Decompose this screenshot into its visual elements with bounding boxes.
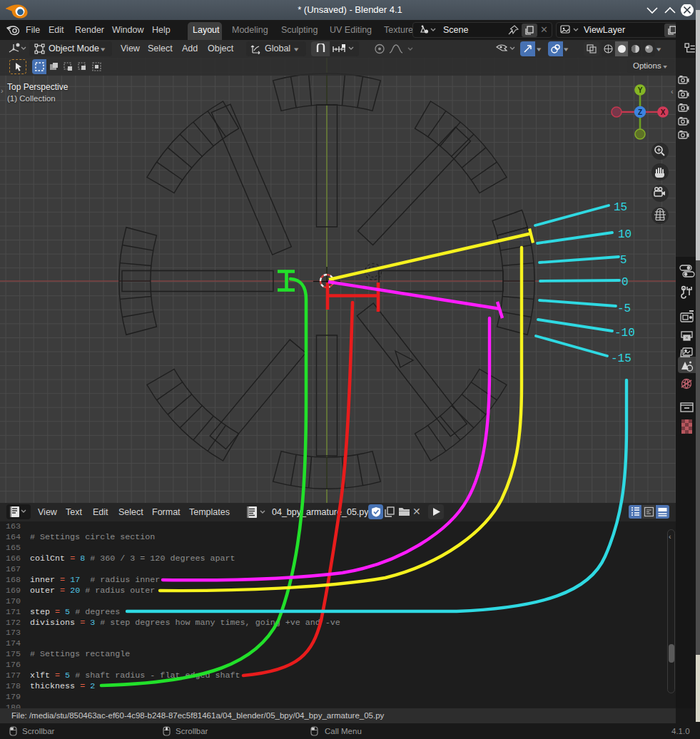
svg-text:-5: -5	[617, 302, 631, 315]
svg-text:-15: -15	[611, 352, 631, 365]
svg-text:Y: Y	[638, 86, 643, 94]
svg-text:X: X	[661, 108, 666, 116]
svg-text:10: 10	[618, 228, 631, 241]
svg-text:0: 0	[622, 276, 629, 289]
svg-text:‹: ‹	[671, 87, 674, 96]
svg-text:-10: -10	[614, 327, 635, 340]
svg-text:5: 5	[620, 254, 627, 267]
svg-text:15: 15	[614, 201, 627, 214]
svg-text:Z: Z	[638, 108, 642, 116]
